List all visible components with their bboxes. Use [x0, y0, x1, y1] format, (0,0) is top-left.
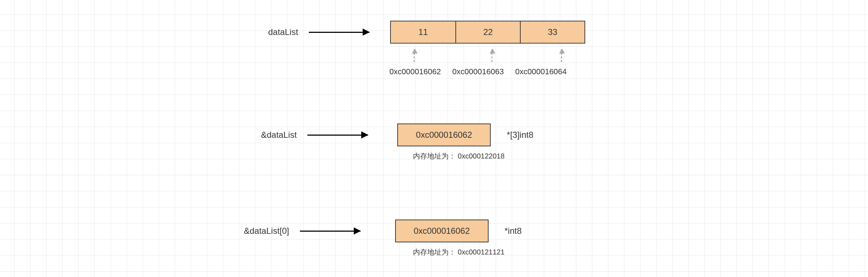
mem-value: 0xc000122018 — [458, 152, 505, 160]
pointer-box: 0xc000016062 — [395, 220, 489, 242]
mem-address-line: 内存地址为： 0xc000121121 — [413, 247, 505, 257]
type-label: *[3]int8 — [507, 130, 533, 140]
address-label: 0xc000016064 — [515, 67, 567, 76]
array-cell: 11 — [390, 21, 456, 44]
dashed-arrow-icon — [414, 49, 415, 62]
mem-label: 内存地址为： — [413, 152, 456, 160]
mem-value: 0xc000121121 — [458, 248, 505, 256]
address-label: 0xc000016062 — [389, 67, 441, 76]
row-amp-datalist0: &dataList[0] 0xc000016062 *int8 — [244, 220, 522, 242]
array-cell: 22 — [456, 21, 521, 44]
arrow-icon — [307, 135, 368, 136]
label-datalist: dataList — [268, 27, 298, 37]
address-row: 0xc000016062 0xc000016063 0xc000016064 — [389, 67, 567, 76]
mem-label: 内存地址为： — [413, 248, 456, 256]
address-label: 0xc000016063 — [452, 67, 504, 76]
row-datalist: dataList 11 22 33 — [268, 21, 585, 44]
dashed-arrow-icon — [561, 49, 562, 62]
dashed-arrow-icon — [491, 49, 492, 62]
pointer-box: 0xc000016062 — [397, 124, 491, 146]
row-amp-datalist: &dataList 0xc000016062 *[3]int8 — [261, 124, 533, 146]
arrow-icon — [309, 32, 369, 33]
label-amp-datalist0: &dataList[0] — [244, 226, 289, 236]
type-label: *int8 — [505, 226, 522, 236]
label-amp-datalist: &dataList — [261, 130, 297, 140]
array-box: 11 22 33 — [390, 21, 585, 44]
mem-address-line: 内存地址为： 0xc000122018 — [413, 151, 505, 161]
array-cell: 33 — [521, 21, 585, 44]
arrow-icon — [300, 231, 361, 232]
